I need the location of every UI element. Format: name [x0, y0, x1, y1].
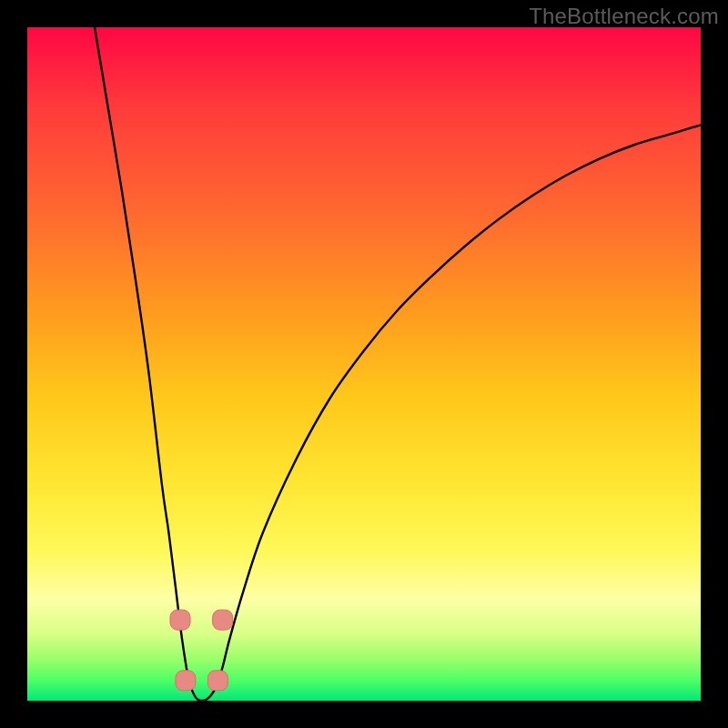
curve-marker-2 — [176, 671, 196, 691]
curve-marker-0 — [170, 610, 190, 630]
plot-area — [27, 27, 701, 701]
curve-marker-3 — [207, 671, 228, 691]
marker-group — [170, 610, 233, 691]
curve-marker-1 — [213, 610, 233, 630]
bottleneck-curve — [95, 27, 701, 701]
outer-frame: TheBottleneck.com — [0, 0, 728, 728]
watermark-text: TheBottleneck.com — [529, 4, 719, 29]
bottleneck-chart — [27, 27, 701, 701]
